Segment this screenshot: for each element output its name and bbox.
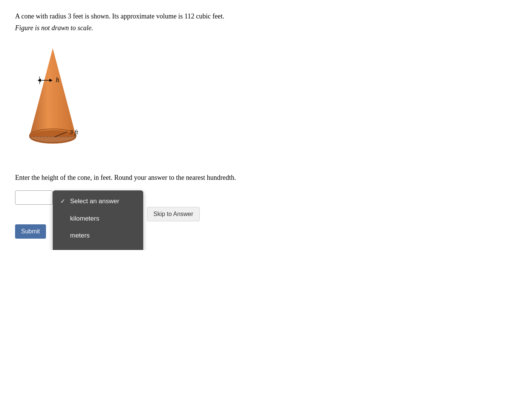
cone-svg: h 3 ft: [15, 41, 98, 161]
svg-marker-0: [29, 48, 76, 137]
dropdown-item-meters[interactable]: meters: [53, 227, 143, 244]
cone-illustration: h 3 ft: [15, 41, 98, 161]
skip-button-container: Skip to Answer: [147, 207, 200, 221]
enter-instruction: Enter the height of the cone, in feet. R…: [15, 173, 490, 183]
dropdown-item-centimeters[interactable]: centimeters: [53, 244, 143, 250]
answer-area: ✓ Select an answer kilometers meters cen…: [15, 190, 490, 239]
dropdown-item-kilometers[interactable]: kilometers: [53, 210, 143, 227]
svg-text:h: h: [56, 76, 59, 84]
question-italic-note: Figure is not drawn to scale.: [15, 23, 490, 33]
skip-to-answer-button[interactable]: Skip to Answer: [147, 207, 200, 221]
question-main-text: A cone with radius 3 feet is shown. Its …: [15, 11, 490, 21]
unit-dropdown-menu: ✓ Select an answer kilometers meters cen…: [53, 190, 143, 250]
svg-text:3 ft: 3 ft: [69, 129, 78, 136]
dropdown-item-select-answer[interactable]: ✓ Select an answer: [53, 193, 143, 210]
check-icon: ✓: [60, 197, 67, 206]
answer-input[interactable]: [15, 190, 53, 205]
submit-button[interactable]: Submit: [15, 224, 46, 239]
top-controls: ✓ Select an answer kilometers meters cen…: [15, 190, 490, 221]
